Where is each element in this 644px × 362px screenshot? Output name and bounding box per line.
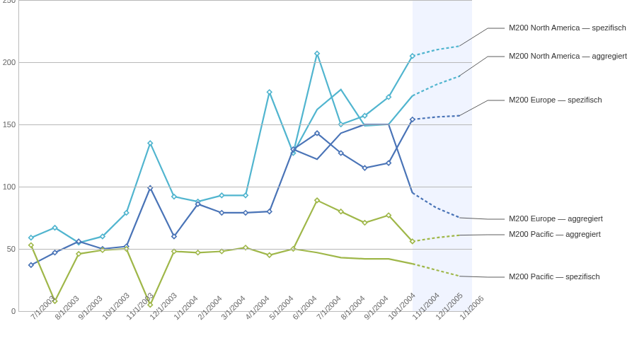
legend-label: M200 Pacific — spezifisch xyxy=(509,272,599,281)
legend-label: M200 Europe — aggregiert xyxy=(509,214,603,223)
forecast-chart: 0501001502002507/1/20038/1/20039/1/20031… xyxy=(0,0,644,362)
legend-label: M200 North America — spezifisch xyxy=(509,23,626,32)
legend-leader xyxy=(459,57,488,76)
legend-leader xyxy=(459,276,488,277)
legend-label: M200 North America — aggregiert xyxy=(509,52,627,60)
legend-label: M200 Europe — spezifisch xyxy=(509,95,602,104)
legend-leader xyxy=(459,100,488,116)
legend-label: M200 Pacific — aggregiert xyxy=(509,230,601,238)
legend-leader xyxy=(459,235,488,235)
legend-leader xyxy=(459,218,488,219)
legend-leader xyxy=(459,28,488,46)
